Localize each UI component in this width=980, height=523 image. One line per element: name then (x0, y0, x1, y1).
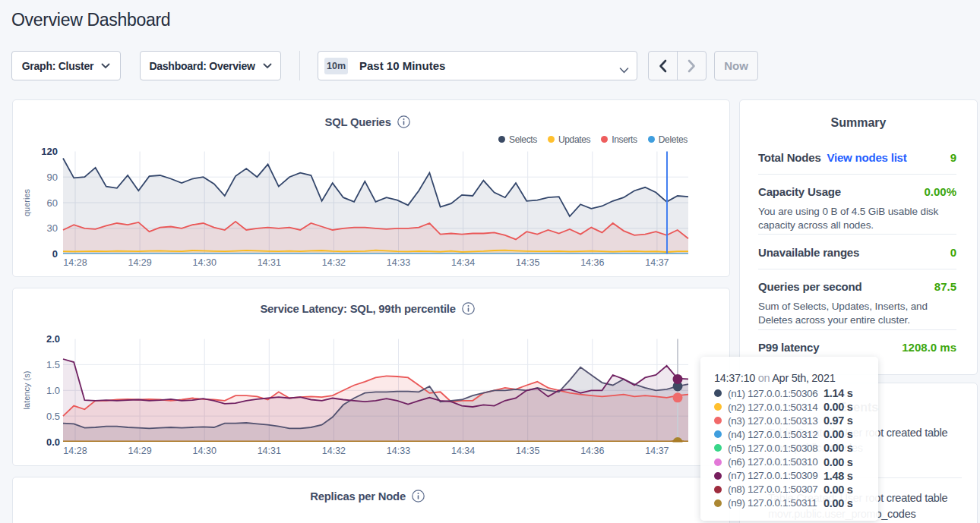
svg-text:14:37: 14:37 (645, 257, 669, 268)
svg-text:1.0: 1.0 (46, 385, 60, 396)
svg-text:14:28: 14:28 (63, 257, 87, 268)
svg-text:14:29: 14:29 (128, 446, 151, 456)
svg-text:14:34: 14:34 (451, 446, 475, 456)
svg-text:14:29: 14:29 (128, 257, 151, 268)
svg-text:14:36: 14:36 (580, 446, 604, 456)
svg-text:14:37: 14:37 (645, 446, 669, 456)
svg-text:14:35: 14:35 (516, 446, 539, 456)
svg-text:14:30: 14:30 (193, 257, 217, 268)
svg-text:14:31: 14:31 (258, 257, 281, 268)
svg-text:14:35: 14:35 (516, 257, 539, 268)
svg-text:60: 60 (47, 197, 58, 209)
svg-text:120: 120 (41, 146, 58, 157)
svg-text:1.5: 1.5 (46, 359, 60, 370)
svg-text:latency (s): latency (s) (22, 371, 31, 410)
svg-text:30: 30 (47, 222, 58, 234)
svg-text:14:33: 14:33 (387, 446, 410, 456)
svg-text:queries: queries (22, 188, 31, 216)
svg-text:14:36: 14:36 (580, 257, 604, 268)
svg-text:14:30: 14:30 (193, 446, 217, 456)
svg-text:14:32: 14:32 (322, 446, 346, 456)
svg-text:2.0: 2.0 (46, 333, 60, 345)
svg-text:0: 0 (52, 248, 58, 260)
svg-text:90: 90 (47, 172, 58, 183)
svg-text:14:28: 14:28 (63, 446, 87, 456)
svg-text:14:33: 14:33 (387, 257, 410, 268)
svg-text:0.0: 0.0 (46, 436, 60, 448)
svg-text:14:34: 14:34 (451, 257, 475, 268)
svg-text:0.5: 0.5 (46, 411, 60, 422)
svg-text:14:31: 14:31 (258, 446, 281, 456)
svg-text:14:32: 14:32 (322, 257, 346, 268)
